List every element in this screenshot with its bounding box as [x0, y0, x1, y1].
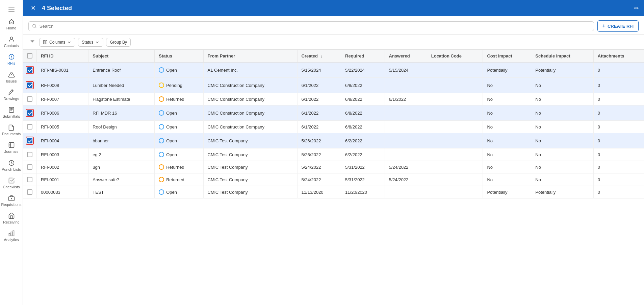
- row-checkbox-cell[interactable]: [23, 121, 37, 133]
- row-subject: Entrance Roof: [88, 62, 155, 78]
- svg-rect-13: [13, 231, 14, 236]
- row-checkbox-7[interactable]: [27, 164, 32, 170]
- row-location-code: [427, 121, 483, 133]
- sidebar-item-journals[interactable]: Journals: [0, 139, 23, 157]
- row-cost-impact: No: [483, 93, 531, 105]
- sidebar-item-submittals[interactable]: Submittals: [0, 104, 23, 121]
- sidebar-item-punch-lists[interactable]: Punch Lists: [0, 157, 23, 174]
- sidebar-item-contacts[interactable]: Contacts: [0, 33, 23, 51]
- row-checkbox-5[interactable]: [27, 138, 32, 143]
- col-header-created[interactable]: Created ↓: [297, 50, 341, 62]
- row-status: Pending: [155, 78, 203, 93]
- sidebar-hamburger[interactable]: [0, 3, 23, 16]
- row-checkbox-3[interactable]: [27, 110, 32, 116]
- col-header-status[interactable]: Status: [155, 50, 203, 62]
- row-checkbox-1[interactable]: [27, 83, 32, 88]
- row-checkbox-cell[interactable]: [23, 105, 37, 121]
- status-text: Returned: [166, 177, 184, 182]
- col-header-location-code[interactable]: Location Code: [427, 50, 483, 62]
- row-checkbox-cell[interactable]: [23, 161, 37, 173]
- row-checkbox-8[interactable]: [27, 177, 32, 182]
- main-content: ✕ 4 Selected ✏ + CREATE RFI Columns Stat…: [23, 0, 644, 305]
- row-attachments: 0: [593, 148, 644, 161]
- svg-rect-5: [9, 107, 14, 112]
- status-button[interactable]: Status: [78, 38, 103, 47]
- row-subject: Flagstone Estimate: [88, 93, 155, 105]
- status-dot: [159, 67, 164, 73]
- status-label: Status: [82, 40, 93, 45]
- status-dot: [159, 110, 164, 116]
- create-rfi-button[interactable]: + CREATE RFI: [597, 20, 639, 32]
- topbar: ✕ 4 Selected ✏: [23, 0, 644, 16]
- svg-point-0: [10, 37, 12, 40]
- row-checkbox-2[interactable]: [27, 96, 32, 102]
- edit-icon[interactable]: ✏: [634, 5, 639, 11]
- status-text: Open: [166, 152, 177, 157]
- sidebar-item-home[interactable]: Home: [0, 16, 23, 33]
- row-checkbox-cell[interactable]: [23, 93, 37, 105]
- row-status: Returned: [155, 161, 203, 173]
- status-text: Returned: [166, 97, 184, 102]
- col-header-cost-impact[interactable]: Cost Impact: [483, 50, 531, 62]
- col-header-schedule-impact[interactable]: Schedule Impact: [531, 50, 593, 62]
- row-rfi-id: RFI-0002: [37, 161, 88, 173]
- sidebar-item-requisitions[interactable]: Requisitions: [0, 192, 23, 210]
- filter-icon-button[interactable]: [28, 38, 36, 47]
- row-subject: bbanner: [88, 133, 155, 148]
- columns-button[interactable]: Columns: [39, 38, 75, 47]
- sidebar-item-analytics[interactable]: Analytics: [0, 227, 23, 245]
- table-row: 00000033 TEST Open CMiC Test Company 11/…: [23, 186, 644, 198]
- sidebar-item-issues[interactable]: Issues: [0, 69, 23, 86]
- selected-count-label: 4 Selected: [42, 5, 630, 12]
- col-header-answered[interactable]: Answered: [385, 50, 427, 62]
- status-text: Open: [166, 111, 177, 116]
- svg-rect-12: [11, 232, 12, 236]
- row-checkbox-cell[interactable]: [23, 78, 37, 93]
- row-schedule-impact: No: [531, 105, 593, 121]
- sidebar-label-rfis: RFIs: [7, 61, 15, 66]
- close-button[interactable]: ✕: [28, 3, 38, 13]
- sidebar-item-checklists[interactable]: Checklists: [0, 174, 23, 192]
- col-header-required[interactable]: Required: [341, 50, 385, 62]
- table-row: RFI-0001 Answer safe? Returned CMiC Test…: [23, 173, 644, 186]
- col-header-from-partner[interactable]: From Partner: [203, 50, 297, 62]
- row-checkbox-cell[interactable]: [23, 186, 37, 198]
- status-dot: [159, 177, 164, 182]
- row-rfi-id: 00000033: [37, 186, 88, 198]
- col-header-attachments[interactable]: Attachments: [593, 50, 644, 62]
- col-header-subject[interactable]: Subject: [88, 50, 155, 62]
- row-checkbox-cell[interactable]: [23, 62, 37, 78]
- row-answered: [385, 105, 427, 121]
- row-from-partner: CMiC Construction Company: [203, 93, 297, 105]
- search-input[interactable]: [40, 24, 590, 29]
- col-header-rfi-id[interactable]: RFI ID: [37, 50, 88, 62]
- sidebar-label-submittals: Submittals: [3, 114, 20, 119]
- select-all-checkbox[interactable]: [27, 53, 32, 58]
- row-cost-impact: No: [483, 133, 531, 148]
- row-attachments: 0: [593, 161, 644, 173]
- sidebar-label-checklists: Checklists: [3, 185, 20, 189]
- row-checkbox-0[interactable]: [27, 67, 32, 73]
- row-checkbox-9[interactable]: [27, 189, 32, 195]
- table-row: RFI-0007 Flagstone Estimate Returned CMi…: [23, 93, 644, 105]
- create-rfi-plus: +: [602, 23, 606, 29]
- sidebar-item-receiving[interactable]: Receiving: [0, 210, 23, 227]
- row-created: 6/1/2022: [297, 121, 341, 133]
- sidebar-item-documents[interactable]: Documents: [0, 121, 23, 139]
- row-schedule-impact: No: [531, 148, 593, 161]
- row-checkbox-4[interactable]: [27, 124, 32, 130]
- row-checkbox-cell[interactable]: [23, 148, 37, 161]
- search-box[interactable]: [28, 21, 594, 31]
- row-checkbox-cell[interactable]: [23, 133, 37, 148]
- row-status: Open: [155, 186, 203, 198]
- sidebar-item-rfis[interactable]: RFIs: [0, 51, 23, 68]
- row-checkbox-cell[interactable]: [23, 173, 37, 186]
- row-checkbox-6[interactable]: [27, 152, 32, 157]
- row-schedule-impact: Potentially: [531, 186, 593, 198]
- group-by-button[interactable]: Group By: [106, 38, 131, 47]
- row-subject: TEST: [88, 186, 155, 198]
- row-answered: [385, 133, 427, 148]
- header-checkbox[interactable]: [23, 50, 37, 62]
- table-row: RFI-0005 Roof Design Open CMiC Construct…: [23, 121, 644, 133]
- sidebar-item-drawings[interactable]: Drawings: [0, 86, 23, 104]
